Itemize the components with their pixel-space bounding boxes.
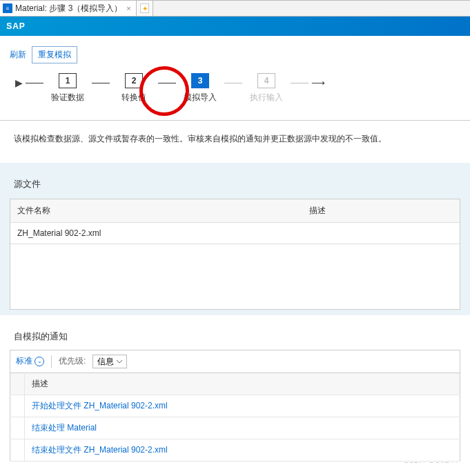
divider xyxy=(51,355,52,368)
notifications-section: 自模拟的通知 标准 ⌄ 优先级: 信息 描述 开始处理文件 ZH_Materia… xyxy=(0,315,470,463)
table-row[interactable]: ZH_Material 902-2.xml xyxy=(10,223,460,244)
col-description[interactable]: 描述 xyxy=(302,199,460,223)
wizard-step-label: 执行输入 xyxy=(250,92,283,103)
wizard-step-4: 4 执行输入 xyxy=(242,73,291,103)
notification-link[interactable]: 开始处理文件 ZH_Material 902-2.xml xyxy=(32,401,168,410)
cell-file-name: ZH_Material 902-2.xml xyxy=(10,223,302,244)
notifications-filter-bar: 标准 ⌄ 优先级: 信息 xyxy=(10,350,460,373)
close-icon[interactable]: × xyxy=(125,5,132,12)
source-files-table: 文件名称 描述 ZH_Material 902-2.xml xyxy=(10,199,460,309)
wizard-step-2[interactable]: 2 转换值 xyxy=(110,73,158,103)
table-row[interactable]: 结束处理 Material xyxy=(10,417,460,439)
col-description[interactable]: 描述 xyxy=(25,373,460,395)
wizard-step-box: 2 xyxy=(125,73,143,88)
priority-select[interactable]: 信息 xyxy=(92,355,127,368)
wizard-line xyxy=(92,83,110,83)
watermark: CSDN @SAP Hua xyxy=(404,461,466,463)
refresh-button[interactable]: 刷新 xyxy=(10,49,26,61)
toolbar: 刷新 重复模拟 xyxy=(0,36,470,70)
standard-button[interactable]: 标准 ⌄ xyxy=(16,355,44,367)
app-icon: ≡ xyxy=(3,3,12,13)
wizard-step-3[interactable]: 3 模拟导入 xyxy=(176,73,224,103)
section-title-source-files: 源文件 xyxy=(10,178,460,190)
wizard-step-label: 验证数据 xyxy=(51,92,84,103)
wizard-step-box: 3 xyxy=(191,73,209,88)
wizard-step-label: 转换值 xyxy=(121,92,146,103)
window-tabbar: ≡ Material: 步骤 3（模拟导入） × ✦ xyxy=(0,0,470,17)
wizard-start-icon: ▶ xyxy=(15,77,23,99)
wizard-step-box: 1 xyxy=(59,73,77,88)
wizard-line xyxy=(224,83,242,83)
window-tab[interactable]: ≡ Material: 步骤 3（模拟导入） × xyxy=(0,1,137,16)
wizard-step-box: 4 xyxy=(257,73,275,88)
notifications-table: 描述 开始处理文件 ZH_Material 902-2.xml 结束处理 Mat… xyxy=(10,373,460,462)
page-description: 该模拟检查数据源、源文件或暂存表的一致性。审核来自模拟的通知并更正数据源中发现的… xyxy=(0,121,470,163)
chevron-down-icon: ⌄ xyxy=(35,357,44,366)
table-row[interactable]: 开始处理文件 ZH_Material 902-2.xml xyxy=(10,395,460,417)
wizard-line xyxy=(26,83,43,83)
wizard: ▶ 1 验证数据 2 转换值 3 模拟导入 4 执行输入 ⟶ xyxy=(0,70,470,120)
wizard-step-1[interactable]: 1 验证数据 xyxy=(43,73,92,103)
cell-description xyxy=(302,223,460,244)
notification-link[interactable]: 结束处理 Material xyxy=(32,423,97,433)
notification-link[interactable]: 结束处理文件 ZH_Material 902-2.xml xyxy=(32,445,168,455)
wizard-line xyxy=(158,83,176,83)
table-row[interactable]: 结束处理文件 ZH_Material 902-2.xml xyxy=(10,439,460,461)
sap-logo: SAP xyxy=(4,19,35,34)
brand-bar: SAP xyxy=(0,17,470,36)
standard-label: 标准 xyxy=(16,355,32,367)
new-tab-button[interactable]: ✦ xyxy=(137,1,153,16)
wizard-step-label: 模拟导入 xyxy=(184,92,217,103)
wizard-line xyxy=(291,83,309,83)
new-tab-icon: ✦ xyxy=(140,3,149,13)
section-title-notifications: 自模拟的通知 xyxy=(10,330,460,343)
repeat-simulation-button[interactable]: 重复模拟 xyxy=(32,46,77,63)
priority-label: 优先级: xyxy=(59,355,86,367)
wizard-end-icon: ⟶ xyxy=(311,77,325,99)
tab-title: Material: 步骤 3（模拟导入） xyxy=(15,3,122,14)
source-files-section: 源文件 文件名称 描述 ZH_Material 902-2.xml xyxy=(0,163,470,315)
source-files-panel: 文件名称 描述 ZH_Material 902-2.xml xyxy=(10,199,460,310)
col-icon xyxy=(10,373,25,395)
col-file-name[interactable]: 文件名称 xyxy=(10,199,302,223)
